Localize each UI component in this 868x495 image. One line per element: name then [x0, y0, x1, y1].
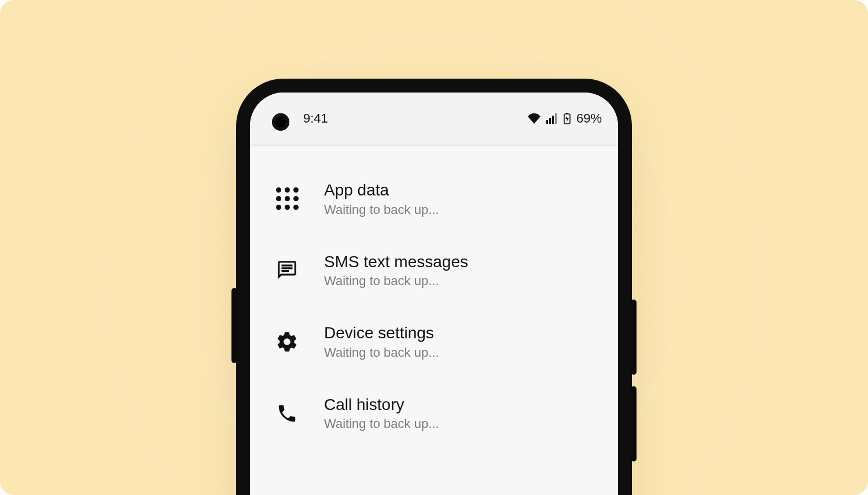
cellular-signal-icon — [546, 113, 558, 124]
svg-rect-3 — [555, 113, 557, 124]
list-item-device-settings[interactable]: Device settings Waiting to back up... — [250, 306, 618, 378]
phone-side-button-right-2 — [631, 386, 637, 461]
battery-icon — [564, 113, 571, 124]
list-item-subtitle: Waiting to back up... — [324, 274, 598, 289]
wifi-icon — [528, 113, 540, 124]
status-time: 9:41 — [303, 111, 328, 126]
list-item-subtitle: Waiting to back up... — [324, 202, 598, 217]
phone-icon — [270, 402, 304, 424]
list-item-subtitle: Waiting to back up... — [324, 416, 598, 431]
list-item-title: SMS text messages — [324, 252, 598, 272]
phone-screen: 9:41 — [250, 93, 618, 495]
phone-side-button-left — [231, 288, 237, 363]
list-item-title: Device settings — [324, 323, 598, 343]
list-item-title: App data — [324, 180, 598, 200]
svg-rect-7 — [282, 268, 293, 269]
hero-canvas: 9:41 — [0, 0, 868, 495]
list-item-app-data[interactable]: App data Waiting to back up... — [250, 163, 618, 235]
status-battery-percent: 69% — [576, 111, 602, 126]
svg-rect-1 — [549, 118, 551, 124]
svg-rect-2 — [552, 116, 554, 124]
gear-icon — [270, 330, 304, 353]
svg-rect-5 — [566, 113, 568, 114]
list-item-sms[interactable]: SMS text messages Waiting to back up... — [250, 235, 618, 306]
list-item-title: Call history — [324, 395, 598, 415]
status-indicators: 69% — [528, 111, 602, 126]
phone-camera-hole — [272, 113, 289, 131]
message-icon — [270, 259, 304, 281]
phone-frame: 9:41 — [237, 80, 631, 495]
svg-rect-8 — [282, 270, 289, 272]
svg-rect-0 — [546, 120, 548, 124]
list-item-subtitle: Waiting to back up... — [324, 345, 598, 360]
phone-side-button-right-1 — [631, 300, 637, 375]
apps-grid-icon — [270, 187, 304, 210]
status-bar: 9:41 — [250, 93, 618, 145]
svg-rect-6 — [282, 265, 293, 267]
list-item-call-history[interactable]: Call history Waiting to back up... — [250, 378, 618, 449]
backup-list: App data Waiting to back up... — [250, 146, 618, 449]
